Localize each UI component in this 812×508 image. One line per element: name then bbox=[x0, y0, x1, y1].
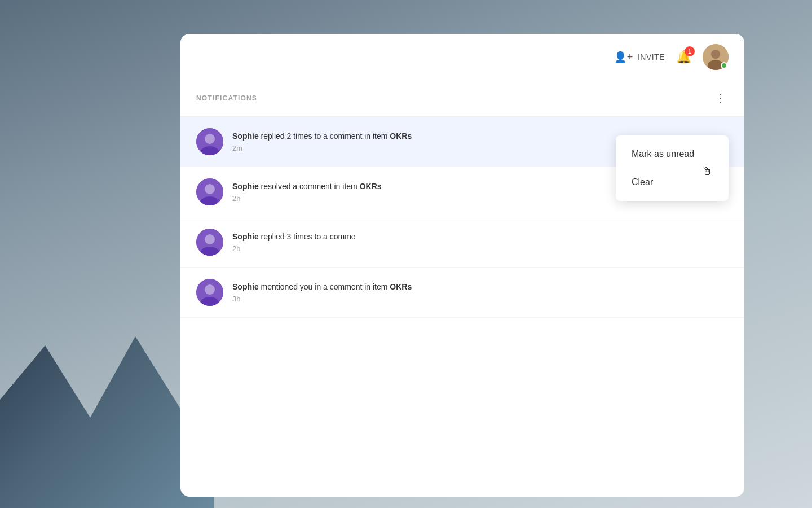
notification-badge: 1 bbox=[685, 46, 695, 56]
notification-sender: Sophie bbox=[232, 282, 259, 291]
notification-action: resolved a comment in item bbox=[259, 182, 360, 191]
invite-button[interactable]: 👤+ INVITE bbox=[614, 51, 665, 63]
notification-sender: Sophie bbox=[232, 132, 259, 141]
notification-time: 2h bbox=[232, 244, 729, 253]
notification-avatar bbox=[196, 279, 223, 306]
app-container: 👤+ INVITE 🔔 1 NOTIFICATIONS ⋮ bbox=[180, 34, 744, 497]
mouse-cursor: 🖱 bbox=[701, 165, 713, 178]
notification-content: Sophie mentioned you in a comment in ite… bbox=[232, 282, 729, 304]
notification-sender: Sophie bbox=[232, 182, 259, 191]
notifications-bell-button[interactable]: 🔔 1 bbox=[676, 50, 691, 64]
notifications-more-button[interactable]: ⋮ bbox=[713, 89, 729, 107]
notification-item-name: OKRs bbox=[390, 132, 412, 141]
notification-item: Sophie mentioned you in a comment in ite… bbox=[180, 268, 744, 318]
notification-avatar bbox=[196, 229, 223, 256]
user-avatar-button[interactable] bbox=[703, 44, 729, 70]
svg-point-4 bbox=[205, 134, 215, 144]
notification-text: Sophie replied 3 times to a comme bbox=[232, 231, 729, 243]
notifications-title: NOTIFICATIONS bbox=[196, 94, 257, 102]
online-indicator bbox=[721, 62, 727, 69]
svg-point-10 bbox=[205, 234, 215, 244]
notification-text: Sophie mentioned you in a comment in ite… bbox=[232, 282, 729, 293]
notification-content: Sophie replied 3 times to a comme 2h bbox=[232, 231, 729, 253]
notification-action: replied 2 times to a comment in item bbox=[259, 132, 390, 141]
notification-item-name: OKRs bbox=[390, 282, 412, 291]
notification-action: mentioned you in a comment in item bbox=[259, 282, 390, 291]
svg-point-7 bbox=[205, 184, 215, 194]
add-person-icon: 👤+ bbox=[614, 51, 633, 63]
svg-point-1 bbox=[711, 50, 720, 59]
svg-point-13 bbox=[205, 284, 215, 295]
notifications-header: NOTIFICATIONS ⋮ bbox=[180, 80, 744, 117]
top-bar: 👤+ INVITE 🔔 1 bbox=[180, 34, 744, 80]
notification-action: replied 3 times to a comme bbox=[259, 232, 356, 241]
mark-as-unread-button[interactable]: Mark as unread bbox=[616, 140, 729, 168]
notification-time: 3h bbox=[232, 295, 729, 303]
notification-avatar bbox=[196, 178, 223, 205]
notification-item-name: OKRs bbox=[360, 182, 382, 191]
notification-sender: Sophie bbox=[232, 232, 259, 241]
notification-item: Sophie replied 3 times to a comme 2h bbox=[180, 217, 744, 268]
invite-label: INVITE bbox=[638, 52, 665, 62]
notification-avatar bbox=[196, 128, 223, 155]
